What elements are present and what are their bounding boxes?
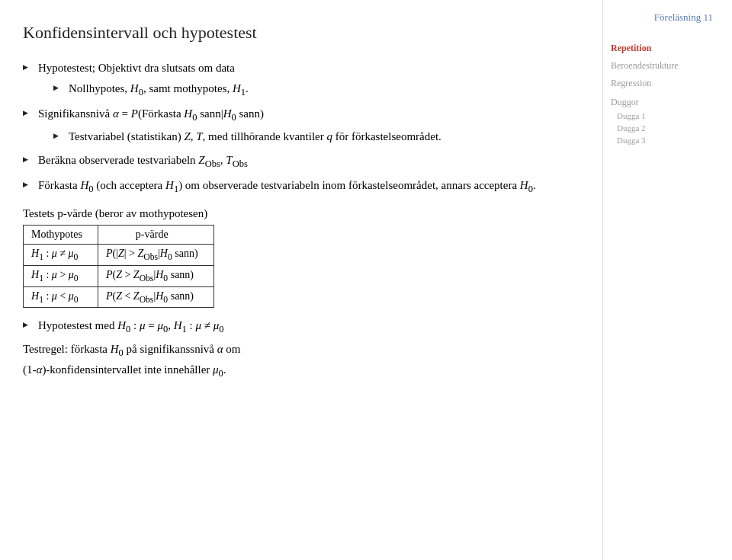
testvariabel-text: Testvariabel (statistikan) Z, T, med til… xyxy=(69,130,441,142)
table-row-3: H1 : μ < μ0 P(Z < ZObs|H0 sann) xyxy=(24,286,214,308)
sidebar-item-duggor[interactable]: Duggor xyxy=(611,97,713,108)
row1-hypothesis: H1 : μ ≠ μ0 xyxy=(24,245,98,266)
table-row-2: H1 : μ > μ0 P(Z > ZObs|H0 sann) xyxy=(24,265,214,286)
sidebar-item-dugga2[interactable]: Dugga 2 xyxy=(611,123,713,133)
sidebar-item-beroendestrukture[interactable]: Beroendestrukture xyxy=(611,60,713,72)
sidebar-repetition[interactable]: Repetition xyxy=(611,43,713,54)
bullet-hypotestest: Hypotestest; Objektivt dra slutsats om d… xyxy=(23,59,580,99)
sidebar-duggor: Duggor Dugga 1 Dugga 2 Dugga 3 xyxy=(611,97,713,145)
table-intro-text: Testets p-värde (beror av mothypotesen) xyxy=(23,207,580,220)
testregel-line2: (1-α)-konfidensintervallet inte innehåll… xyxy=(23,363,226,376)
sidebar-beroendestrukture[interactable]: Beroendestrukture xyxy=(611,60,713,72)
testregel-line1: Testregel: förkasta H0 på signifikanssni… xyxy=(23,343,241,355)
forkasta-text: Förkasta H0 (och acceptera H1) om observ… xyxy=(38,179,536,191)
table-header-pvalue: p-värde xyxy=(98,226,214,245)
row3-hypothesis: H1 : μ < μ0 xyxy=(24,286,98,308)
bullet-testvariabel: Testvariabel (statistikan) Z, T, med til… xyxy=(38,128,580,146)
final-bullet-text: Hypotestest med H0 : μ = μ0, H1 : μ ≠ μ0 xyxy=(38,319,224,331)
main-content: Konfidensintervall och hypotestest Hypot… xyxy=(0,0,602,560)
sidebar-item-repetition[interactable]: Repetition xyxy=(611,43,713,54)
lecture-title: Föreläsning 11 xyxy=(611,11,713,24)
sidebar-item-dugga1[interactable]: Dugga 1 xyxy=(611,111,713,120)
testregel-block: Testregel: förkasta H0 på signifikanssni… xyxy=(23,340,580,381)
table-section: Testets p-värde (beror av mothypotesen) … xyxy=(23,207,580,308)
sidebar: Föreläsning 11 Repetition Beroendestrukt… xyxy=(602,0,724,560)
row2-pvalue: P(Z > ZObs|H0 sann) xyxy=(98,265,214,286)
sidebar-regression[interactable]: Regression xyxy=(611,78,713,89)
nollhypotes-text: Nollhypotes, H0, samt mothypotes, H1. xyxy=(69,82,249,94)
bullet-hypotestest-text: Hypotestest; Objektivt dra slutsats om d… xyxy=(38,62,235,74)
bullet-forkasta: Förkasta H0 (och acceptera H1) om observ… xyxy=(23,177,580,197)
berakna-text: Beräkna observerade testvariabeln ZObs, … xyxy=(38,154,248,166)
row2-hypothesis: H1 : μ > μ0 xyxy=(24,265,98,286)
bullet-signifikansniva: Signifikansnivå α = P(Förkasta H0 sann|H… xyxy=(23,105,580,145)
signifikansniva-text: Signifikansnivå α = P(Förkasta H0 sann|H… xyxy=(38,107,264,120)
table-header-mothypotes: Mothypotes xyxy=(24,226,98,245)
bullet-berakna: Beräkna observerade testvariabeln ZObs, … xyxy=(23,152,580,171)
final-block: Hypotestest med H0 : μ = μ0, H1 : μ ≠ μ0… xyxy=(23,317,580,381)
bullet-nollhypotes: Nollhypotes, H0, samt mothypotes, H1. xyxy=(38,80,580,100)
content-list: Hypotestest; Objektivt dra slutsats om d… xyxy=(23,59,580,197)
sidebar-item-regression[interactable]: Regression xyxy=(611,78,713,89)
page-title: Konfidensintervall och hypotestest xyxy=(23,23,580,43)
final-bullet-hypotestest: Hypotestest med H0 : μ = μ0, H1 : μ ≠ μ0 xyxy=(23,317,580,337)
table-row-1: H1 : μ ≠ μ0 P(|Z| > ZObs|H0 sann) xyxy=(24,245,214,266)
p-value-table: Mothypotes p-värde H1 : μ ≠ μ0 P(|Z| > Z… xyxy=(23,225,214,308)
sidebar-item-dugga3[interactable]: Dugga 3 xyxy=(611,136,713,145)
row1-pvalue: P(|Z| > ZObs|H0 sann) xyxy=(98,245,214,266)
final-bullet-list: Hypotestest med H0 : μ = μ0, H1 : μ ≠ μ0 xyxy=(23,317,580,337)
row3-pvalue: P(Z < ZObs|H0 sann) xyxy=(98,286,214,308)
